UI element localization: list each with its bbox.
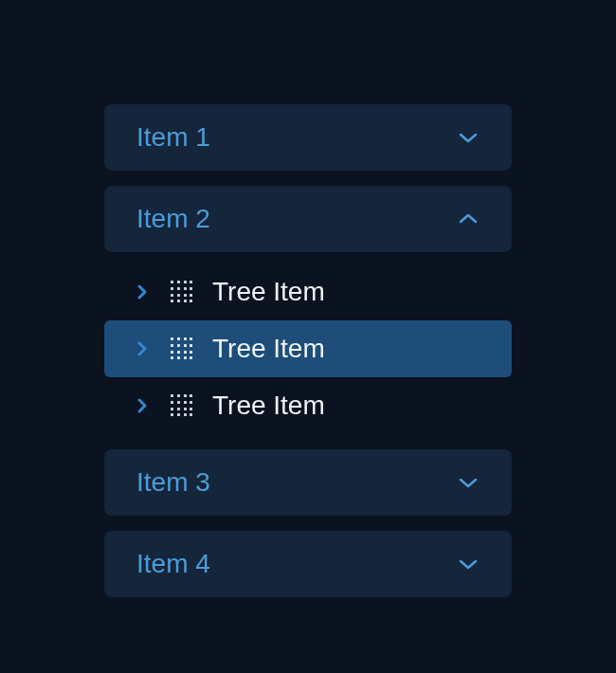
tree-item[interactable]: Tree Item <box>104 320 512 377</box>
accordion-title: Item 3 <box>136 467 210 498</box>
accordion-title: Item 1 <box>136 122 210 153</box>
accordion-item-4: Item 4 <box>104 531 512 597</box>
accordion-item-2: Item 2 Tree Item <box>104 186 512 434</box>
tree-item-label: Tree Item <box>212 391 325 421</box>
chevron-down-icon <box>457 471 480 494</box>
tree-item-label: Tree Item <box>212 334 325 364</box>
tree: Tree Item Tree Item <box>104 264 512 434</box>
chevron-right-icon <box>133 339 152 358</box>
accordion-title: Item 4 <box>136 549 210 579</box>
accordion-header-1[interactable]: Item 1 <box>104 104 512 171</box>
drag-handle-icon[interactable] <box>171 281 193 303</box>
accordion-item-3: Item 3 <box>104 449 512 516</box>
accordion-header-3[interactable]: Item 3 <box>104 449 512 516</box>
chevron-down-icon <box>457 126 480 149</box>
accordion-header-4[interactable]: Item 4 <box>104 531 512 597</box>
chevron-right-icon <box>133 282 152 301</box>
chevron-down-icon <box>457 553 480 575</box>
chevron-up-icon <box>457 208 480 230</box>
drag-handle-icon[interactable] <box>171 337 193 360</box>
drag-handle-icon[interactable] <box>171 394 193 417</box>
accordion-item-1: Item 1 <box>104 104 512 171</box>
chevron-right-icon <box>133 396 152 415</box>
accordion: Item 1 Item 2 <box>104 104 512 673</box>
tree-item[interactable]: Tree Item <box>104 264 512 320</box>
tree-item-label: Tree Item <box>212 277 325 307</box>
accordion-header-2[interactable]: Item 2 <box>104 186 512 252</box>
tree-item[interactable]: Tree Item <box>104 377 512 434</box>
accordion-title: Item 2 <box>136 204 210 234</box>
